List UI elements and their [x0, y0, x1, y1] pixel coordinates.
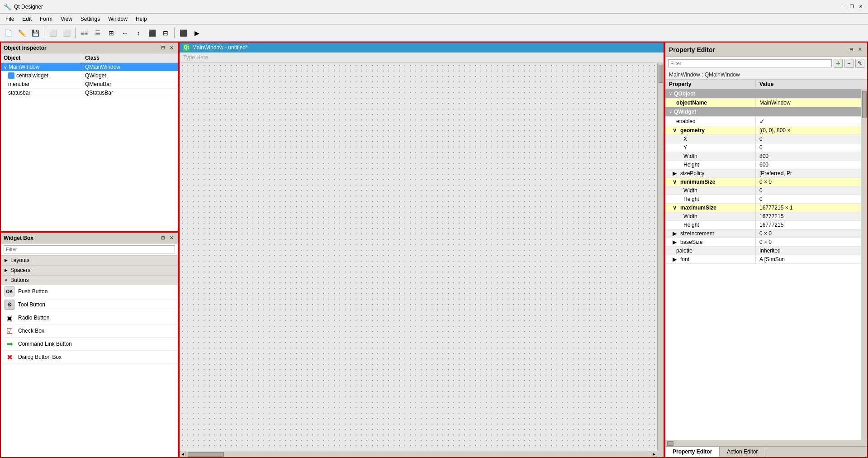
- toolbar-preview-btn[interactable]: ▶: [190, 27, 203, 39]
- pe-row-y[interactable]: Y 0: [665, 143, 861, 152]
- pe-prop-palette: palette: [665, 247, 756, 255]
- maximize-button[interactable]: ❐: [848, 3, 855, 10]
- toolbar-break-btn[interactable]: ⊟: [159, 27, 172, 39]
- property-editor-title: Property Editor: [669, 46, 715, 53]
- canvas-scrollbar-horizontal[interactable]: [186, 451, 651, 457]
- canvas-bottom-area: ◀ ▶: [180, 451, 664, 457]
- oi-row-statusbar[interactable]: statusbar QStatusBar: [1, 89, 178, 97]
- pe-row-width-geo[interactable]: Width 800: [665, 152, 861, 161]
- wb-section-layouts-header[interactable]: ▶ Layouts: [1, 256, 178, 265]
- wb-item-push-button[interactable]: OK Push Button: [1, 285, 178, 298]
- pe-tab-property-editor[interactable]: Property Editor: [665, 447, 720, 457]
- oi-row-menubar[interactable]: menubar QMenuBar: [1, 80, 178, 89]
- pe-prop-minwidth: Width: [665, 186, 756, 195]
- pe-val-y: 0: [756, 143, 861, 152]
- pe-tab-action-editor[interactable]: Action Editor: [720, 447, 765, 457]
- pe-add-button[interactable]: +: [834, 59, 843, 68]
- pe-row-basesize[interactable]: ▶ baseSize 0 × 0: [665, 238, 861, 247]
- toolbar-layout-btn[interactable]: ⬜: [60, 27, 73, 39]
- wb-item-tool-button[interactable]: ⚙ Tool Button: [1, 298, 178, 311]
- pe-row-minimumsize[interactable]: ∨ minimumSize 0 × 0: [665, 178, 861, 186]
- scrollbar-h-thumb[interactable]: [188, 452, 224, 457]
- toolbar-grid-btn[interactable]: ⊞: [105, 27, 118, 39]
- minimize-button[interactable]: —: [839, 3, 846, 10]
- qobject-chevron[interactable]: ∨: [669, 91, 672, 96]
- pe-row-x[interactable]: X 0: [665, 135, 861, 143]
- canvas-scroll-left[interactable]: ◀: [180, 451, 186, 457]
- oi-label-mainwindow: MainWindow: [9, 64, 40, 70]
- menu-window[interactable]: Window: [104, 15, 131, 23]
- pe-scroll-thumb[interactable]: [862, 91, 867, 118]
- pe-close-icon[interactable]: ✕: [856, 46, 863, 53]
- oi-float-icon[interactable]: ⊟: [159, 44, 166, 52]
- pe-prop-minheight: Height: [665, 195, 756, 203]
- oi-row-centralwidget[interactable]: centralwidget QWidget: [1, 72, 178, 80]
- toolbar-hsplit-btn[interactable]: ↔: [119, 27, 131, 39]
- title-bar-controls[interactable]: — ❐ ✕: [839, 3, 864, 10]
- pe-row-maxwidth[interactable]: Width 16777215: [665, 212, 861, 221]
- wb-section-spacers-header[interactable]: ▶ Spacers: [1, 266, 178, 275]
- pe-row-maxheight[interactable]: Height 16777215: [665, 221, 861, 229]
- menu-edit[interactable]: Edit: [19, 15, 35, 23]
- pe-row-height-geo[interactable]: Height 600: [665, 161, 861, 169]
- scrollbar-v-thumb[interactable]: [659, 65, 663, 83]
- menu-settings[interactable]: Settings: [77, 15, 104, 23]
- wb-item-command-link[interactable]: ➡ Command Link Button: [1, 338, 178, 351]
- pe-val-maxheight: 16777215: [756, 221, 861, 229]
- pe-edit-button[interactable]: ✎: [855, 59, 864, 68]
- menu-form[interactable]: Form: [36, 15, 56, 23]
- wb-buttons-chevron: ∨: [5, 278, 8, 282]
- toolbar-form-btn[interactable]: ⬛: [146, 27, 158, 39]
- menu-help[interactable]: Help: [132, 15, 151, 23]
- toolbar-new-btn[interactable]: 📄: [2, 27, 14, 39]
- pe-row-sizepolicy[interactable]: ▶ sizePolicy [Preferred, Pr: [665, 169, 861, 178]
- wb-float-icon[interactable]: ⊟: [159, 234, 166, 242]
- toolbar-save-btn[interactable]: 💾: [29, 27, 42, 39]
- pe-scrollbar[interactable]: [861, 89, 867, 440]
- wb-tool-button-label: Tool Button: [18, 301, 45, 308]
- wb-section-buttons-header[interactable]: ∨ Buttons: [1, 276, 178, 285]
- pe-minus-button[interactable]: −: [844, 59, 854, 68]
- pe-row-objectname[interactable]: objectName MainWindow: [665, 99, 861, 107]
- widget-filter-input[interactable]: [4, 245, 175, 253]
- pe-row-minheight[interactable]: Height 0: [665, 195, 861, 204]
- toolbar-hbox-btn[interactable]: ≡≡: [78, 27, 90, 39]
- wb-close-icon[interactable]: ✕: [168, 234, 175, 242]
- canvas-dot-grid[interactable]: [180, 63, 657, 451]
- wb-item-check-box[interactable]: ☑ Check Box: [1, 324, 178, 338]
- pe-val-minimumsize: 0 × 0: [756, 178, 861, 186]
- qwidget-chevron[interactable]: ∨: [669, 110, 672, 114]
- pe-row-palette[interactable]: palette Inherited: [665, 247, 861, 255]
- oi-row-mainwindow[interactable]: ∨ MainWindow QMainWindow: [1, 63, 178, 72]
- radio-btn-icon: ◉: [5, 313, 14, 323]
- pe-row-minwidth[interactable]: Width 0: [665, 186, 861, 195]
- menu-file[interactable]: File: [2, 15, 18, 23]
- wb-item-radio-button[interactable]: ◉ Radio Button: [1, 311, 178, 324]
- pe-hscroll-thumb[interactable]: [667, 441, 674, 446]
- oi-close-icon[interactable]: ✕: [168, 44, 175, 52]
- toolbar-edit-btn[interactable]: ✏️: [15, 27, 28, 39]
- wb-item-dialog-button-box[interactable]: ✖ Dialog Button Box: [1, 351, 178, 364]
- menu-view[interactable]: View: [57, 15, 76, 23]
- toolbar-vsplit-btn[interactable]: ↕: [132, 27, 145, 39]
- oi-arrow-mainwindow[interactable]: ∨: [4, 65, 7, 70]
- pe-row-sizeincrement[interactable]: ▶ sizeIncrement 0 × 0: [665, 229, 861, 238]
- pe-row-font[interactable]: ▶ font A [SimSun: [665, 255, 861, 264]
- canvas-menu-area[interactable]: Type Here: [180, 52, 664, 63]
- pe-bottom-tabs: Property Editor Action Editor: [665, 446, 867, 457]
- pe-row-maximumsize[interactable]: ∨ maximumSize 16777215 × 1: [665, 204, 861, 212]
- toolbar-adjust-btn[interactable]: ⬛: [177, 27, 190, 39]
- close-button[interactable]: ✕: [857, 3, 864, 10]
- pe-filter-input[interactable]: [668, 59, 832, 67]
- canvas-scroll-right[interactable]: ▶: [651, 451, 657, 457]
- pe-row-enabled[interactable]: enabled ✓: [665, 117, 861, 126]
- pe-float-icon[interactable]: ⊟: [848, 46, 855, 53]
- widget-box-header: Widget Box ⊟ ✕: [1, 233, 178, 243]
- toolbar-widget-btn[interactable]: ⬜: [47, 27, 59, 39]
- main-layout: Object Inspector ⊟ ✕ Object Class ∨ Main…: [0, 42, 868, 458]
- canvas-scrollbar-vertical[interactable]: [657, 63, 664, 451]
- toolbar-vbox-btn[interactable]: ☰: [91, 27, 104, 39]
- pe-hscrollbar[interactable]: [665, 440, 867, 446]
- pe-row-geometry[interactable]: ∨ geometry [(0, 0), 800 ×: [665, 126, 861, 135]
- title-bar: 🔧 Qt Designer — ❐ ✕: [0, 0, 868, 14]
